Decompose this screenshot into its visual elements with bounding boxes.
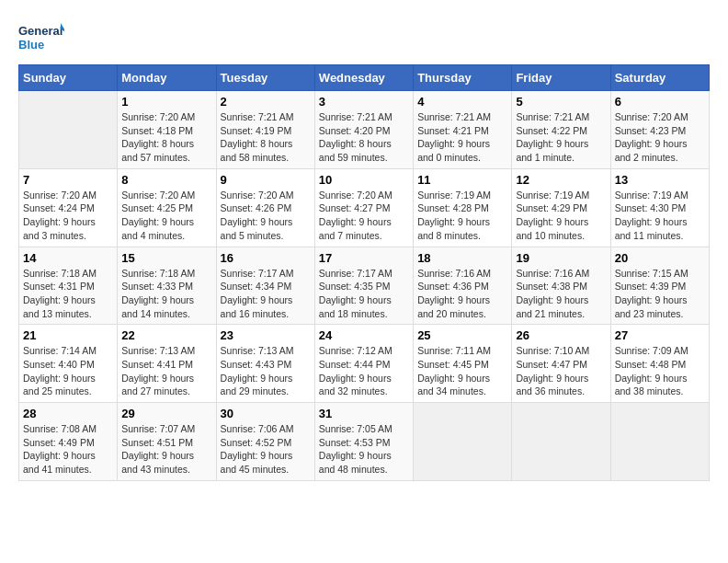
cell-info: Sunrise: 7:15 AMSunset: 4:39 PMDaylight:… [615,267,705,321]
calendar-cell: 8Sunrise: 7:20 AMSunset: 4:25 PMDaylight… [118,168,216,247]
weekday-header: Friday [512,65,610,91]
calendar-cell: 1Sunrise: 7:20 AMSunset: 4:18 PMDaylight… [118,91,216,169]
calendar-cell: 24Sunrise: 7:12 AMSunset: 4:44 PMDayligh… [314,325,413,403]
day-number: 13 [615,173,705,187]
weekday-header: Sunday [19,65,118,91]
cell-info: Sunrise: 7:11 AMSunset: 4:45 PMDaylight:… [417,344,507,398]
cell-info: Sunrise: 7:20 AMSunset: 4:24 PMDaylight:… [23,189,113,243]
day-number: 1 [121,95,211,109]
day-number: 24 [319,328,409,342]
calendar-header: SundayMondayTuesdayWednesdayThursdayFrid… [19,65,710,91]
cell-info: Sunrise: 7:21 AMSunset: 4:22 PMDaylight:… [516,110,606,165]
day-number: 31 [319,407,409,420]
calendar-cell [512,403,610,481]
cell-info: Sunrise: 7:08 AMSunset: 4:49 PMDaylight:… [23,422,113,477]
page-header: General Blue [18,18,710,55]
day-number: 8 [121,173,211,187]
cell-info: Sunrise: 7:21 AMSunset: 4:20 PMDaylight:… [319,110,409,165]
cell-info: Sunrise: 7:13 AMSunset: 4:43 PMDaylight:… [221,344,311,398]
cell-info: Sunrise: 7:13 AMSunset: 4:41 PMDaylight:… [121,344,211,398]
day-number: 6 [615,95,705,109]
cell-info: Sunrise: 7:18 AMSunset: 4:33 PMDaylight:… [121,267,211,321]
calendar-table: SundayMondayTuesdayWednesdayThursdayFrid… [18,64,710,481]
cell-info: Sunrise: 7:12 AMSunset: 4:44 PMDaylight:… [319,344,409,398]
day-number: 21 [23,328,113,342]
cell-info: Sunrise: 7:19 AMSunset: 4:30 PMDaylight:… [615,189,705,243]
calendar-cell: 27Sunrise: 7:09 AMSunset: 4:48 PMDayligh… [610,325,709,403]
weekday-header: Monday [118,65,216,91]
cell-info: Sunrise: 7:19 AMSunset: 4:29 PMDaylight:… [516,189,606,243]
calendar-cell: 22Sunrise: 7:13 AMSunset: 4:41 PMDayligh… [118,325,216,403]
calendar-cell: 25Sunrise: 7:11 AMSunset: 4:45 PMDayligh… [414,325,512,403]
day-number: 23 [221,328,311,342]
weekday-header: Saturday [610,65,709,91]
cell-info: Sunrise: 7:18 AMSunset: 4:31 PMDaylight:… [23,267,113,321]
day-number: 29 [121,407,211,420]
cell-info: Sunrise: 7:21 AMSunset: 4:19 PMDaylight:… [221,110,311,165]
calendar-cell: 6Sunrise: 7:20 AMSunset: 4:23 PMDaylight… [610,91,709,169]
calendar-cell: 18Sunrise: 7:16 AMSunset: 4:36 PMDayligh… [414,247,512,325]
day-number: 27 [615,328,705,342]
day-number: 4 [417,95,507,109]
day-number: 20 [615,251,705,265]
day-number: 30 [221,407,311,420]
calendar-cell: 26Sunrise: 7:10 AMSunset: 4:47 PMDayligh… [512,325,610,403]
calendar-cell: 13Sunrise: 7:19 AMSunset: 4:30 PMDayligh… [610,168,709,247]
calendar-cell: 30Sunrise: 7:06 AMSunset: 4:52 PMDayligh… [216,403,314,481]
day-number: 25 [417,328,507,342]
calendar-cell: 3Sunrise: 7:21 AMSunset: 4:20 PMDaylight… [314,91,413,169]
cell-info: Sunrise: 7:20 AMSunset: 4:23 PMDaylight:… [615,110,705,165]
day-number: 3 [319,95,409,109]
calendar-cell [414,403,512,481]
cell-info: Sunrise: 7:21 AMSunset: 4:21 PMDaylight:… [417,110,507,165]
calendar-cell: 10Sunrise: 7:20 AMSunset: 4:27 PMDayligh… [314,168,413,247]
cell-info: Sunrise: 7:07 AMSunset: 4:51 PMDaylight:… [121,422,211,477]
calendar-cell: 23Sunrise: 7:13 AMSunset: 4:43 PMDayligh… [216,325,314,403]
calendar-cell: 20Sunrise: 7:15 AMSunset: 4:39 PMDayligh… [610,247,709,325]
day-number: 19 [516,251,606,265]
calendar-cell: 19Sunrise: 7:16 AMSunset: 4:38 PMDayligh… [512,247,610,325]
cell-info: Sunrise: 7:17 AMSunset: 4:34 PMDaylight:… [221,267,311,321]
calendar-cell: 5Sunrise: 7:21 AMSunset: 4:22 PMDaylight… [512,91,610,169]
cell-info: Sunrise: 7:20 AMSunset: 4:18 PMDaylight:… [121,110,211,165]
day-number: 17 [319,251,409,265]
day-number: 15 [121,251,211,265]
calendar-cell: 31Sunrise: 7:05 AMSunset: 4:53 PMDayligh… [314,403,413,481]
cell-info: Sunrise: 7:20 AMSunset: 4:25 PMDaylight:… [121,189,211,243]
calendar-cell: 7Sunrise: 7:20 AMSunset: 4:24 PMDaylight… [19,168,118,247]
cell-info: Sunrise: 7:06 AMSunset: 4:52 PMDaylight:… [221,422,311,477]
weekday-header: Thursday [414,65,512,91]
day-number: 7 [23,173,113,187]
day-number: 18 [417,251,507,265]
day-number: 9 [221,173,311,187]
cell-info: Sunrise: 7:19 AMSunset: 4:28 PMDaylight:… [417,189,507,243]
calendar-cell: 15Sunrise: 7:18 AMSunset: 4:33 PMDayligh… [118,247,216,325]
calendar-cell: 14Sunrise: 7:18 AMSunset: 4:31 PMDayligh… [19,247,118,325]
calendar-cell: 29Sunrise: 7:07 AMSunset: 4:51 PMDayligh… [118,403,216,481]
day-number: 22 [121,328,211,342]
weekday-header: Tuesday [216,65,314,91]
logo-svg: General Blue [18,18,64,55]
calendar-cell: 28Sunrise: 7:08 AMSunset: 4:49 PMDayligh… [19,403,118,481]
cell-info: Sunrise: 7:17 AMSunset: 4:35 PMDaylight:… [319,267,409,321]
cell-info: Sunrise: 7:09 AMSunset: 4:48 PMDaylight:… [615,344,705,398]
day-number: 12 [516,173,606,187]
day-number: 14 [23,251,113,265]
calendar-cell: 9Sunrise: 7:20 AMSunset: 4:26 PMDaylight… [216,168,314,247]
day-number: 28 [23,407,113,420]
day-number: 5 [516,95,606,109]
cell-info: Sunrise: 7:16 AMSunset: 4:38 PMDaylight:… [516,267,606,321]
cell-info: Sunrise: 7:20 AMSunset: 4:27 PMDaylight:… [319,189,409,243]
day-number: 26 [516,328,606,342]
weekday-header: Wednesday [314,65,413,91]
calendar-cell: 4Sunrise: 7:21 AMSunset: 4:21 PMDaylight… [414,91,512,169]
cell-info: Sunrise: 7:14 AMSunset: 4:40 PMDaylight:… [23,344,113,398]
calendar-cell [610,403,709,481]
calendar-cell: 2Sunrise: 7:21 AMSunset: 4:19 PMDaylight… [216,91,314,169]
svg-text:Blue: Blue [18,38,44,52]
cell-info: Sunrise: 7:20 AMSunset: 4:26 PMDaylight:… [221,189,311,243]
calendar-cell: 11Sunrise: 7:19 AMSunset: 4:28 PMDayligh… [414,168,512,247]
day-number: 11 [417,173,507,187]
day-number: 16 [221,251,311,265]
day-number: 2 [221,95,311,109]
